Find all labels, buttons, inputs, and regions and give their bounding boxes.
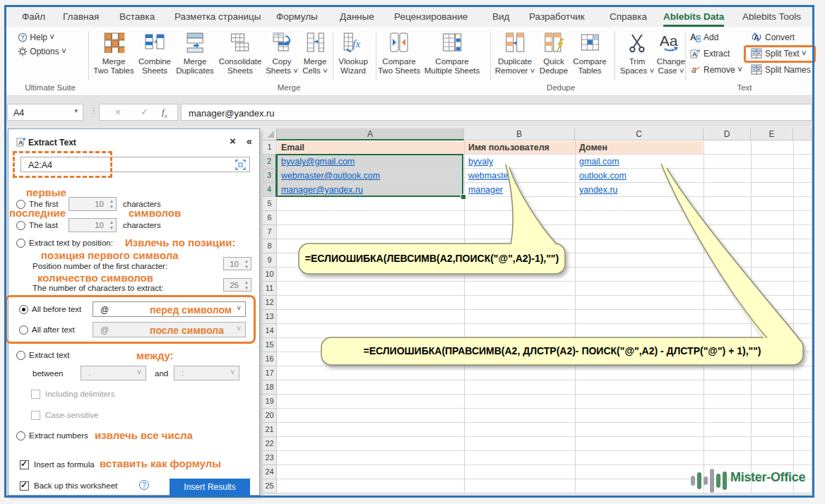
formula-input[interactable]: manager@yandex.ru xyxy=(181,104,812,121)
insert-results-button[interactable]: Insert Results xyxy=(170,479,250,496)
cell-b3[interactable]: webmaster xyxy=(468,171,511,181)
name-box[interactable]: A4 ▾ xyxy=(7,104,83,121)
row-header-1[interactable]: 1 xyxy=(263,140,277,155)
insert-formula-label[interactable]: Insert as formula xyxy=(34,460,95,469)
pane-close-icon[interactable]: × xyxy=(230,135,236,147)
copy-sheets-button[interactable]: Copy Sheets ˅ xyxy=(266,32,298,76)
cancel-icon[interactable]: × xyxy=(115,107,121,118)
cell-c4[interactable]: yandex.ru xyxy=(579,185,617,195)
position-label[interactable]: Extract text by position: xyxy=(29,239,113,247)
tab-файл[interactable]: Файл xyxy=(22,11,45,22)
column-header-d[interactable]: D xyxy=(704,128,751,140)
between-combo-chevron[interactable]: ˅ xyxy=(137,368,141,376)
row-header-15[interactable]: 15 xyxy=(263,338,277,352)
row-header-4[interactable]: 4 xyxy=(263,183,277,197)
numbers-radio[interactable] xyxy=(16,431,25,440)
row-header-14[interactable]: 14 xyxy=(263,324,277,338)
insert-formula-checkbox[interactable] xyxy=(20,460,29,469)
row-header-6[interactable]: 6 xyxy=(263,211,277,225)
row-header-17[interactable]: 17 xyxy=(263,366,277,380)
tab-формулы[interactable]: Формулы xyxy=(276,11,318,22)
column-header-c[interactable]: C xyxy=(575,128,704,140)
compare-multiple-sheets-button[interactable]: Compare Multiple Sheets xyxy=(425,32,480,76)
row-header-16[interactable]: 16 xyxy=(263,352,277,366)
row-header-7[interactable]: 7 xyxy=(263,225,277,239)
compare-two-sheets-button[interactable]: Compare Two Sheets xyxy=(378,32,420,76)
row-header-13[interactable]: 13 xyxy=(263,310,277,324)
tab-разработчик[interactable]: Разработчик xyxy=(529,11,585,22)
and-combo[interactable]: : ˅ xyxy=(174,366,239,380)
column-header-clipped[interactable] xyxy=(793,128,812,140)
tab-главная[interactable]: Главная xyxy=(63,11,99,22)
extract-text-label[interactable]: Extract text xyxy=(29,351,70,359)
tab-ablebits-tools[interactable]: Ablebits Tools xyxy=(742,11,801,22)
row-header-10[interactable]: 10 xyxy=(263,268,277,282)
case-checkbox[interactable] xyxy=(31,411,40,420)
split-names-button[interactable]: Split Names xyxy=(751,64,811,76)
merge-cells-button[interactable]: Merge Cells ˅ xyxy=(302,32,327,76)
column-header-e[interactable]: E xyxy=(751,128,793,140)
cell-c1[interactable]: Домен xyxy=(579,143,607,152)
extract-button[interactable]: AExtract xyxy=(690,48,730,59)
pane-collapse-icon[interactable]: « xyxy=(247,136,252,147)
quick-dedupe-button[interactable]: Quick Dedupe xyxy=(540,32,568,76)
consolidate-sheets-button[interactable]: Consolidate Sheets xyxy=(219,32,262,76)
vlookup-wizard-button[interactable]: fxVlookup Wizard xyxy=(338,32,368,76)
tab-данные[interactable]: Данные xyxy=(340,11,374,22)
cell-a1[interactable]: Email xyxy=(281,143,304,152)
row-header-12[interactable]: 12 xyxy=(263,296,277,310)
select-all-corner[interactable] xyxy=(263,128,277,140)
change-case-button[interactable]: AaChange Case ˅ xyxy=(657,32,685,76)
row-header-22[interactable]: 22 xyxy=(263,437,277,451)
cell-a2[interactable]: byvaly@gmail.com xyxy=(281,157,355,167)
convert-button[interactable]: AConvert xyxy=(751,32,795,43)
backup-label[interactable]: Back up this worksheet xyxy=(34,481,117,490)
row-header-18[interactable]: 18 xyxy=(263,380,277,395)
tab-рецензирование[interactable]: Рецензирование xyxy=(394,11,468,22)
select-range-icon[interactable] xyxy=(235,160,246,172)
position-radio[interactable] xyxy=(16,239,25,248)
add-button[interactable]: AAdd xyxy=(690,32,718,43)
row-header-3[interactable]: 3 xyxy=(263,169,277,183)
row-header-19[interactable]: 19 xyxy=(263,395,277,409)
tab-ablebits-data[interactable]: Ablebits Data xyxy=(663,11,724,27)
position1-spinner[interactable]: 10▲▼ xyxy=(223,257,251,270)
column-header-b[interactable]: B xyxy=(464,128,575,140)
cell-a3[interactable]: webmaster@outlook.com xyxy=(281,171,380,181)
last-count-spinner[interactable]: 10▲▼ xyxy=(69,218,117,232)
tab-справка[interactable]: Справка xyxy=(610,11,647,22)
cell-c3[interactable]: outlook.com xyxy=(579,171,627,181)
remove-button[interactable]: aRemove ˅ xyxy=(690,64,742,76)
tab-вид[interactable]: Вид xyxy=(492,11,509,22)
name-box-dropdown-icon[interactable]: ▾ xyxy=(74,107,78,114)
help-button[interactable]: ? Help ˅ xyxy=(18,32,54,42)
row-header-9[interactable]: 9 xyxy=(263,253,277,268)
between-combo[interactable]: . ˅ xyxy=(81,366,146,380)
row-header-2[interactable]: 2 xyxy=(263,155,277,169)
row-header-25[interactable]: 25 xyxy=(263,479,277,493)
row-header-11[interactable]: 11 xyxy=(263,282,277,296)
row-header-20[interactable]: 20 xyxy=(263,409,277,423)
cell-b4[interactable]: manager xyxy=(468,185,503,195)
row-header-24[interactable]: 24 xyxy=(263,465,277,479)
cell-c2[interactable]: gmail.com xyxy=(579,157,619,167)
numbers-label[interactable]: Extract numbers xyxy=(29,431,88,440)
enter-icon[interactable]: ✓ xyxy=(141,107,148,117)
column-header-a[interactable]: A xyxy=(277,128,464,140)
last-label[interactable]: The last xyxy=(29,221,58,229)
combine-sheets-button[interactable]: Combine Sheets xyxy=(138,32,171,76)
compare-tables-button[interactable]: Compare Tables xyxy=(573,32,606,76)
row-header-8[interactable]: 8 xyxy=(263,239,277,253)
first-count-spinner[interactable]: 10▲▼ xyxy=(69,197,117,211)
merge-two-tables-button[interactable]: Merge Two Tables xyxy=(93,32,133,76)
merge-duplicates-button[interactable]: Merge Duplicates xyxy=(176,32,214,76)
cell-a4[interactable]: manager@yandex.ru xyxy=(281,185,363,195)
row-header-23[interactable]: 23 xyxy=(263,451,277,465)
extract-text-radio[interactable] xyxy=(16,351,25,360)
backup-checkbox[interactable] xyxy=(20,481,29,491)
cell-b1[interactable]: Имя пользователя xyxy=(468,143,550,152)
cell-b2[interactable]: byvaly xyxy=(468,157,493,167)
fx-icon[interactable]: fx xyxy=(162,107,167,119)
tab-вставка[interactable]: Вставка xyxy=(119,11,155,22)
help-circle-icon[interactable]: ? xyxy=(139,480,149,490)
